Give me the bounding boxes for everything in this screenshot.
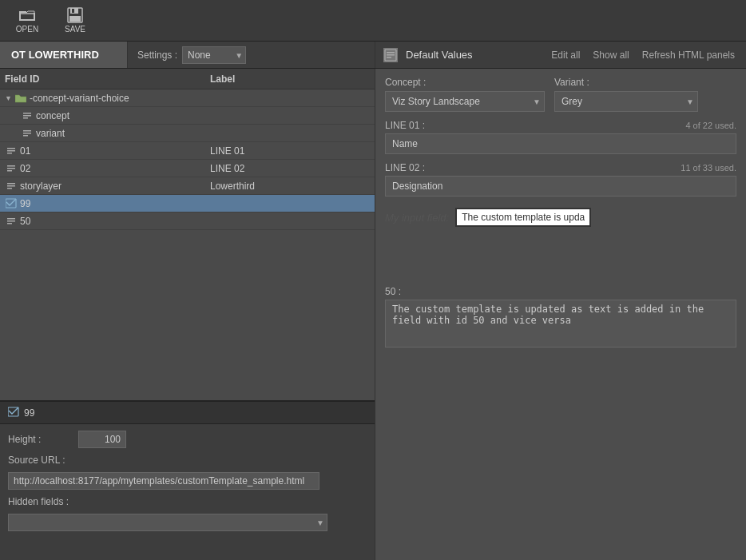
ot-title: OT LOWERTHIRD	[0, 42, 128, 68]
line01-input[interactable]	[385, 133, 736, 154]
tree-row[interactable]: concept	[0, 107, 375, 125]
custom-field-input[interactable]	[455, 208, 591, 227]
settings-select[interactable]: None Option 1 Option 2	[182, 46, 246, 64]
tree-row[interactable]: storylayer Lowerthird	[0, 177, 375, 195]
line02-group: LINE 02 : 11 of 33 used.	[385, 162, 736, 197]
tree-row-99[interactable]: 99	[0, 195, 375, 212]
custom-field-row: My input field:	[385, 208, 736, 227]
tree-row[interactable]: variant	[0, 125, 375, 142]
custom-template-small-icon	[8, 407, 19, 419]
tree-header-field-id: Field ID	[5, 73, 210, 85]
settings-label: Settings :	[137, 50, 177, 61]
svg-rect-19	[7, 148, 15, 149]
svg-rect-12	[387, 57, 391, 58]
tree-item-concept: concept	[36, 110, 210, 121]
concept-field-group: Concept : Viz Story Landscape Option 2 ▼	[385, 77, 545, 112]
hidden-fields-select[interactable]	[8, 514, 327, 531]
svg-rect-24	[7, 170, 12, 172]
svg-rect-20	[7, 150, 15, 152]
tree-row[interactable]: 02 LINE 02	[0, 160, 375, 177]
svg-rect-25	[7, 183, 15, 185]
source-url-label: Source URL :	[8, 455, 72, 466]
open-button[interactable]: OPEN	[6, 3, 48, 38]
svg-rect-15	[23, 117, 28, 119]
svg-rect-17	[23, 133, 31, 134]
list-icon	[5, 215, 18, 228]
default-values-title: Default Values	[406, 49, 540, 61]
tree-header: Field ID Label	[0, 69, 375, 89]
hidden-fields-select-row: ▼	[8, 514, 367, 531]
tree-item-99: 99	[20, 198, 210, 209]
list-icon	[5, 145, 18, 157]
refresh-button[interactable]: Refresh HTML panels	[639, 48, 738, 62]
settings-select-wrapper: None Option 1 Option 2 ▼	[182, 46, 246, 64]
svg-rect-14	[23, 115, 31, 117]
default-values-icon	[383, 48, 398, 62]
svg-rect-16	[23, 130, 31, 132]
line02-input[interactable]	[385, 176, 736, 197]
height-row: Height :	[8, 431, 367, 448]
bottom-panel-header: 99	[0, 402, 375, 424]
concept-select[interactable]: Viz Story Landscape Option 2	[385, 91, 545, 112]
svg-rect-2	[19, 19, 35, 21]
left-panel: Field ID Label ▼ -concept-variant-choice	[0, 69, 375, 560]
svg-rect-7	[72, 9, 74, 13]
folder-icon	[14, 92, 27, 105]
svg-rect-30	[7, 220, 15, 222]
folder-arrow-icon: ▼	[5, 94, 12, 102]
list-icon	[21, 127, 34, 140]
svg-rect-8	[69, 16, 81, 22]
source-url-input[interactable]	[8, 472, 319, 490]
hidden-fields-select-wrapper: ▼	[8, 514, 327, 531]
svg-rect-27	[7, 188, 12, 189]
line02-usage: 11 of 33 used.	[681, 163, 736, 173]
tree-value-storylayer: Lowerthird	[210, 181, 370, 192]
svg-rect-29	[7, 218, 15, 220]
tree-item-02: 02	[20, 163, 210, 174]
variant-select[interactable]: Grey Blue Red	[554, 91, 698, 112]
tree-item-storylayer: storylayer	[20, 181, 210, 192]
list-icon	[5, 180, 18, 193]
field50-textarea[interactable]: The custom template is updated as text i…	[385, 300, 736, 348]
concept-label: Concept :	[385, 77, 545, 88]
tree-value-01: LINE 01	[210, 145, 370, 157]
save-button[interactable]: SAVE	[54, 3, 96, 38]
variant-label: Variant :	[554, 77, 698, 88]
bottom-panel-title: 99	[24, 407, 34, 419]
svg-rect-31	[7, 223, 12, 224]
tree-item-concept-variant-choice: -concept-variant-choice	[30, 93, 210, 104]
source-url-row: Source URL :	[8, 455, 367, 466]
svg-rect-10	[387, 52, 395, 54]
field50-group: 50 : The custom template is updated as t…	[385, 286, 736, 348]
custom-template-icon	[5, 197, 18, 210]
open-icon	[18, 7, 37, 23]
tree-header-label: Label	[210, 73, 370, 85]
tree-row[interactable]: 50	[0, 212, 375, 230]
tree-row[interactable]: ▼ -concept-variant-choice	[0, 89, 375, 107]
tree-row[interactable]: 01 LINE 01	[0, 142, 375, 160]
hidden-fields-label: Hidden fields :	[8, 496, 72, 507]
tree-item-variant: variant	[36, 128, 210, 139]
tree-value-02: LINE 02	[210, 163, 370, 174]
field50-label: 50 :	[385, 286, 736, 297]
line01-usage: 4 of 22 used.	[685, 121, 736, 130]
edit-all-button[interactable]: Edit all	[548, 48, 583, 62]
svg-rect-23	[7, 168, 15, 169]
svg-rect-13	[23, 113, 31, 114]
svg-rect-11	[387, 54, 395, 56]
show-all-button[interactable]: Show all	[589, 48, 632, 62]
toolbar: OPEN SAVE	[0, 0, 746, 42]
height-input[interactable]	[78, 431, 126, 448]
line01-header-row: LINE 01 : 4 of 22 used.	[385, 120, 736, 131]
open-label: OPEN	[16, 25, 38, 34]
save-label: SAVE	[65, 25, 85, 34]
settings-area: Settings : None Option 1 Option 2 ▼	[128, 46, 256, 64]
custom-field-label: My input field:	[385, 212, 449, 224]
source-url-input-row	[8, 472, 367, 490]
tree-item-50: 50	[20, 216, 210, 227]
tree-item-01: 01	[20, 145, 210, 157]
right-header-actions: Edit all Show all Refresh HTML panels	[548, 48, 738, 62]
bottom-panel-content: Height : Source URL : Hidden fields :	[0, 424, 375, 538]
list-icon	[21, 109, 34, 122]
right-header: Default Values Edit all Show all Refresh…	[375, 42, 746, 69]
